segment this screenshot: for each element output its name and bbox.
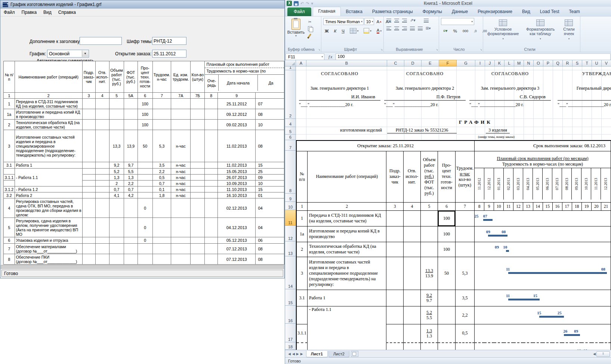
doc-cell-otv[interactable] [403, 343, 420, 350]
column-header-G[interactable]: G [457, 60, 475, 67]
grf-cell-num[interactable] [4, 169, 15, 175]
grf-cell-c8[interactable] [205, 175, 218, 181]
grf-cell-c7a[interactable] [171, 198, 191, 218]
grf-cell-c5[interactable]: 1,3 [109, 175, 124, 181]
doc-cell-percent[interactable] [438, 343, 456, 350]
grf-cell-c5a[interactable]: 2,2 [124, 181, 138, 186]
addition-input[interactable] [80, 37, 122, 45]
grf-cell-c4[interactable] [95, 169, 109, 175]
formula-input[interactable]: 100 [336, 53, 611, 60]
grf-cell-c6[interactable]: 0 [138, 218, 152, 237]
grow-font-button[interactable]: А▲ [375, 19, 383, 24]
grf-cell-c7a[interactable] [171, 237, 191, 244]
grf-cell-c3[interactable] [82, 109, 95, 120]
grf-cell-c7[interactable]: 5,3 [152, 130, 171, 162]
grf-cell-c5a[interactable] [124, 198, 138, 218]
column-header-N[interactable]: N [524, 60, 534, 67]
doc-header-c[interactable]: Подр.заказ-чик [386, 151, 404, 202]
grf-cell-c5[interactable] [109, 218, 124, 237]
bold-button[interactable]: Ж [323, 28, 330, 34]
doc-cell-volume[interactable]: 1.31.3 [420, 324, 438, 343]
grf-cell-c3[interactable] [82, 181, 95, 186]
doc-colnum-cell[interactable]: 8 [474, 202, 484, 210]
grf-cell-c3[interactable] [82, 198, 95, 218]
doc-cell-otv[interactable] [403, 226, 420, 242]
doc-month-cell[interactable]: 01.2013 [494, 168, 504, 200]
doc-cell-volume[interactable] [420, 242, 438, 257]
grf-cell-c3[interactable] [82, 99, 95, 109]
grf-cell-c7b[interactable] [191, 198, 205, 218]
column-header-A[interactable]: A [296, 60, 306, 67]
grf-cell-num[interactable]: 1а [4, 109, 15, 120]
sheet-tab-Лист1[interactable]: Лист1 [306, 351, 328, 357]
align-left-icon[interactable] [386, 27, 391, 30]
number-dialog-launcher-icon[interactable]: ↘ [480, 48, 482, 51]
doc-cell-num[interactable]: 1а [296, 226, 308, 242]
grf-cell-c5a[interactable] [124, 244, 138, 254]
doc-cell-otv[interactable] [403, 306, 420, 324]
doc-header-a[interactable]: №п/п [296, 151, 308, 202]
sheet-horizontal-scrollbar[interactable]: ◀ ⦀ [593, 351, 611, 357]
grf-cell-c3[interactable] [82, 175, 95, 181]
grf-cell-c3[interactable] [82, 218, 95, 237]
doc-colnum-cell[interactable]: 5 [420, 202, 438, 210]
column-header-C[interactable]: C [387, 60, 404, 67]
grf-cell-c7a[interactable] [171, 244, 191, 254]
grf-cell-num[interactable]: 7 [4, 244, 15, 254]
grf-cell-c7a[interactable] [171, 254, 191, 265]
doc-month-cell[interactable]: 08.2013 [562, 168, 572, 200]
insert-sheet-button[interactable] [351, 351, 358, 357]
row-header-8[interactable]: 8 [285, 151, 296, 194]
column-header-O[interactable]: O [534, 60, 543, 67]
graph-select-arrow-icon[interactable]: ▼ [82, 50, 88, 57]
grf-cell-c7b[interactable] [191, 109, 205, 120]
grf-cell-num[interactable]: 1 [4, 99, 15, 109]
menu-item-Вид[interactable]: Вид [40, 9, 55, 16]
row-header-7[interactable]: 7 [285, 140, 296, 151]
grf-cell-name[interactable]: - Работа 1.1 [15, 169, 82, 186]
grf-cell-c6[interactable] [138, 162, 152, 169]
grf-cell-c9[interactable]: 16.10.2013 [217, 192, 255, 198]
grf-cell-c10[interactable]: 04 [256, 218, 284, 237]
doc-month-cell[interactable]: 09.2013 [572, 168, 581, 200]
grf-cell-c5[interactable]: 4,1 [109, 192, 124, 198]
grf-cell-c7b[interactable] [191, 192, 205, 198]
tab-Load Test[interactable]: Load Test [535, 7, 564, 16]
grf-cell-c5[interactable]: 5,2 [109, 169, 124, 175]
cipher-input[interactable] [152, 37, 186, 45]
grf-cell-c5[interactable] [109, 254, 124, 265]
font-color-button[interactable]: А ▾ [375, 28, 383, 34]
align-center-icon[interactable] [394, 27, 399, 30]
doc-cell-percent[interactable] [438, 306, 456, 324]
row-header-12[interactable]: 12 [285, 226, 296, 241]
column-header-S[interactable]: S [573, 60, 582, 67]
grf-cell-c7[interactable] [152, 99, 171, 109]
grf-cell-c8[interactable] [205, 181, 218, 186]
doc-colnum-cell[interactable]: 16 [552, 202, 562, 210]
row-header-6[interactable]: 6 [285, 135, 296, 140]
row-header-13[interactable]: 13 [285, 241, 296, 256]
tab-Главная[interactable]: Главная [313, 7, 341, 16]
grf-cell-name[interactable]: Работа 1 [15, 162, 82, 169]
grf-cell-c5a[interactable]: 5,5 [124, 169, 138, 175]
selected-cell-F11[interactable]: 100 [438, 210, 456, 226]
grf-cell-c3[interactable] [82, 130, 95, 162]
doc-cell-podr[interactable] [386, 290, 404, 306]
grf-cell-c5a[interactable] [124, 237, 138, 244]
doc-order-deadline[interactable]: Срок выполнения заказа: 08.12.2013 [474, 141, 611, 151]
doc-gantt-cell[interactable]: 1115 [474, 290, 611, 306]
grf-cell-c7a[interactable] [171, 218, 191, 237]
doc-cell-labor[interactable] [455, 210, 474, 226]
grf-cell-c8[interactable] [205, 99, 218, 109]
wrap-text-icon[interactable] [424, 19, 429, 22]
column-header-R[interactable]: R [563, 60, 573, 67]
grf-cell-c7[interactable] [152, 109, 171, 120]
doc-cell-volume[interactable] [420, 210, 438, 226]
doc-month-cell[interactable]: 04.2013 [523, 168, 533, 200]
grf-cell-c6[interactable] [138, 254, 152, 265]
doc-cell-percent[interactable] [438, 290, 456, 306]
column-header-J[interactable]: J [485, 60, 495, 67]
doc-gantt-cell[interactable]: 0910 [474, 242, 611, 257]
doc-gantt-cell[interactable]: 2507 [474, 210, 611, 226]
grf-cell-c9[interactable]: 02.12.2013 [217, 198, 255, 218]
